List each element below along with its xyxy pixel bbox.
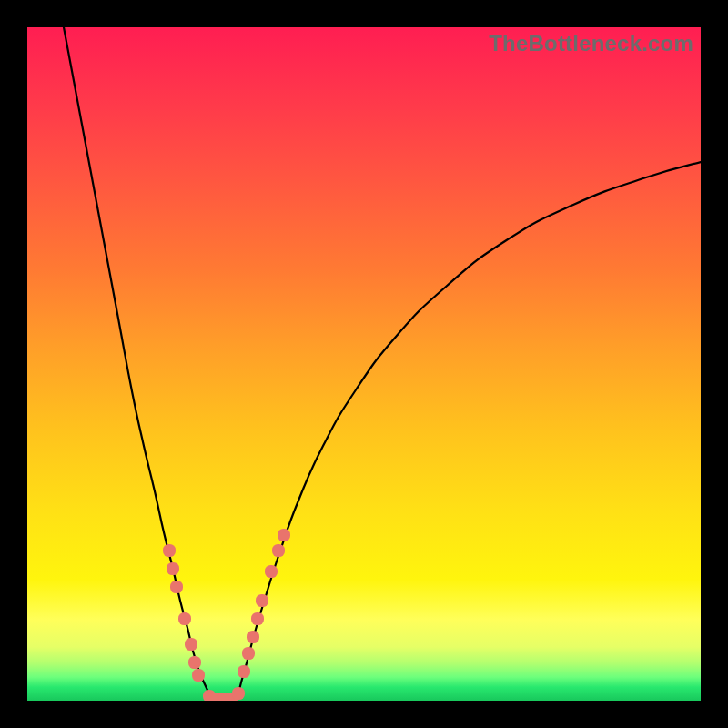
data-markers — [163, 529, 290, 701]
data-marker — [242, 647, 255, 660]
data-marker — [251, 612, 264, 625]
data-marker — [167, 562, 179, 575]
data-marker — [163, 544, 176, 557]
data-marker — [170, 581, 183, 593]
curve-right — [237, 162, 701, 701]
data-marker — [272, 544, 285, 557]
data-marker — [265, 565, 278, 578]
chart-frame: TheBottleneck.com — [0, 0, 728, 728]
data-marker — [238, 665, 250, 678]
data-marker — [178, 612, 191, 625]
curve-left — [64, 27, 213, 701]
chart-svg — [27, 27, 701, 701]
data-marker — [185, 638, 197, 651]
data-marker — [188, 656, 201, 669]
plot-area: TheBottleneck.com — [27, 27, 701, 701]
data-marker — [232, 687, 245, 700]
data-marker — [247, 631, 259, 643]
data-marker — [256, 594, 268, 607]
data-marker — [278, 529, 290, 541]
data-marker — [192, 669, 205, 682]
